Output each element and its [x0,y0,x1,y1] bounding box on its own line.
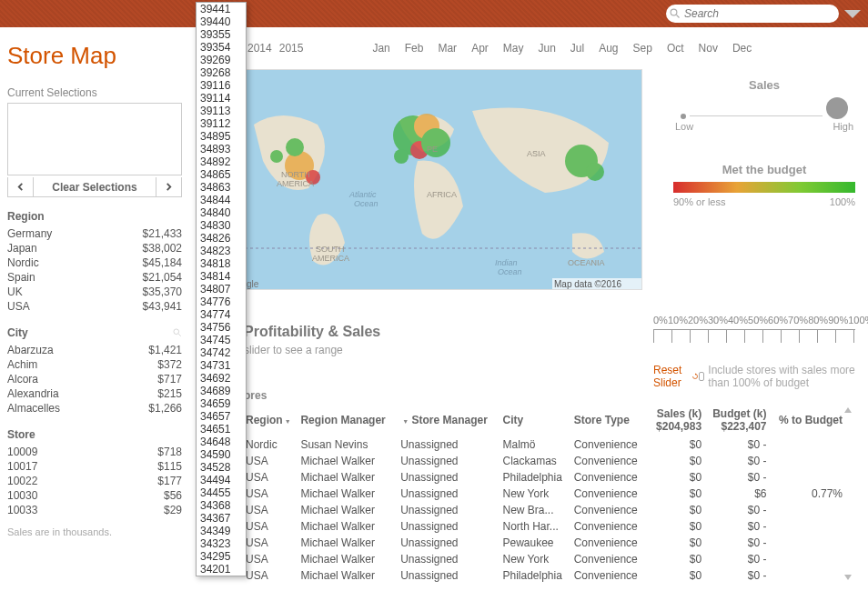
dropdown-option[interactable]: 39113 [197,105,246,117]
table-row[interactable]: USAMichael WalkerUnassignedPewaukeeConve… [244,535,855,551]
region-row[interactable]: USA$43,941 [7,299,182,314]
col-region[interactable]: Region▼ [244,404,298,436]
dropdown-option[interactable]: 34895 [197,130,246,143]
col-sales[interactable]: Sales (k)$204,983 [648,404,703,436]
month-filter[interactable]: Aug [595,40,621,56]
col-budget[interactable]: Budget (k)$223,407 [703,404,768,436]
dropdown-option[interactable]: 39354 [197,41,246,54]
store-row[interactable]: 10022$177 [7,474,182,488]
city-row[interactable]: Alexandria$215 [7,386,182,401]
month-filter[interactable]: Dec [729,40,755,56]
dropdown-option[interactable]: 34830 [197,219,246,232]
dropdown-option[interactable]: 34844 [197,194,246,206]
dropdown-option[interactable]: 34659 [197,397,246,410]
year-filter[interactable]: 2014 [244,40,276,56]
dropdown-option[interactable]: 34892 [197,155,246,168]
year-filter[interactable]: 2015 [276,40,308,56]
dropdown-option[interactable]: 34648 [197,436,246,448]
dropdown-option[interactable]: 34651 [197,423,246,436]
store-id-dropdown[interactable]: 3944139440393553935439269392683911639114… [196,2,247,576]
dropdown-option[interactable]: 39440 [197,15,246,28]
dropdown-option[interactable]: 34528 [197,461,246,474]
dropdown-option[interactable]: 34840 [197,206,246,219]
table-row[interactable]: USAMichael WalkerUnassignedNorth Har...C… [244,518,855,535]
dropdown-option[interactable]: 39114 [197,92,246,105]
col-store-manager[interactable]: ▼ Store Manager [399,404,500,436]
current-selections-box[interactable] [7,103,182,175]
col-store-type[interactable]: Store Type [572,404,648,436]
dropdown-option[interactable]: 34455 [197,486,246,499]
city-row[interactable]: Achim$372 [7,357,182,372]
dropdown-option[interactable]: 34863 [197,181,246,194]
dropdown-option[interactable]: 34349 [197,525,246,537]
dropdown-option[interactable]: 34893 [197,143,246,155]
month-filter[interactable]: Nov [695,40,722,56]
col-city[interactable]: City [500,404,571,436]
month-filter[interactable]: Jul [567,40,588,56]
dropdown-option[interactable]: 39116 [197,79,246,92]
dropdown-option[interactable]: 39268 [197,66,246,79]
dropdown-option[interactable]: 39269 [197,54,246,66]
dropdown-option[interactable]: 34774 [197,308,246,321]
dropdown-option[interactable]: 34323 [197,537,246,550]
store-row[interactable]: 10030$56 [7,488,182,503]
dropdown-option[interactable]: 39355 [197,28,246,41]
city-row[interactable]: Alcora$717 [7,372,182,386]
month-filter[interactable]: Jun [534,40,559,56]
dropdown-option[interactable]: 34731 [197,359,246,372]
store-row[interactable]: 10033$29 [7,503,182,517]
region-row[interactable]: UK$35,370 [7,285,182,299]
dropdown-option[interactable]: 34745 [197,334,246,346]
month-filter[interactable]: Oct [663,40,688,56]
table-row[interactable]: USAMichael WalkerUnassignedNew Bra...Con… [244,502,855,518]
dropdown-option[interactable]: 34201 [197,563,246,576]
month-filter[interactable]: Jan [368,40,393,56]
table-scroll-up[interactable] [844,407,852,413]
include-over-100-checkbox[interactable]: Include stores with sales more than 100%… [699,364,855,389]
search-box[interactable] [666,5,839,23]
table-row[interactable]: NordicSusan NevinsUnassignedMalmöConveni… [244,436,855,453]
dropdown-option[interactable]: 34814 [197,270,246,283]
table-row[interactable]: USAMichael WalkerUnassignedNew YorkConve… [244,486,855,502]
dropdown-option[interactable]: 34865 [197,168,246,181]
dropdown-option[interactable]: 39441 [197,3,246,15]
table-row[interactable]: USAMichael WalkerUnassignedNew YorkConve… [244,551,855,567]
dropdown-option[interactable]: 34494 [197,474,246,486]
city-row[interactable]: Almacelles$1,266 [7,401,182,416]
search-icon[interactable] [173,328,182,337]
dropdown-option[interactable]: 34823 [197,245,246,257]
store-row[interactable]: 10017$115 [7,459,182,474]
selection-forward-button[interactable] [156,177,181,196]
dropdown-option[interactable]: 34657 [197,410,246,423]
reset-slider-button[interactable]: Reset Slider [653,364,699,389]
region-row[interactable]: Spain$21,054 [7,270,182,285]
table-row[interactable]: USAMichael WalkerUnassignedPhiladelphiaC… [244,567,855,584]
clear-selections-button[interactable]: Clear Selections [34,177,156,196]
dropdown-option[interactable]: 34807 [197,283,246,296]
month-filter[interactable]: Feb [401,40,428,56]
region-row[interactable]: Nordic$45,184 [7,255,182,270]
dropdown-option[interactable]: 34692 [197,372,246,385]
month-filter[interactable]: Sep [630,40,656,56]
col-region-manager[interactable]: Region Manager [298,404,399,436]
month-filter[interactable]: May [500,40,528,56]
store-row[interactable]: 10009$718 [7,445,182,459]
dropdown-option[interactable]: 34756 [197,321,246,334]
dropdown-option[interactable]: 34818 [197,257,246,270]
dropdown-option[interactable]: 34776 [197,296,246,308]
region-row[interactable]: Germany$21,433 [7,226,182,241]
month-filter[interactable]: Apr [468,40,492,56]
dropdown-option[interactable]: 34826 [197,232,246,245]
month-filter[interactable]: Mar [434,40,460,56]
table-row[interactable]: USAMichael WalkerUnassignedClackamasConv… [244,453,855,469]
search-input[interactable] [684,7,833,20]
world-map[interactable]: NORTH AMERICA SOUTH AMERICA PE AFRICA AS… [244,69,642,290]
dropdown-option[interactable]: 34742 [197,346,246,359]
region-row[interactable]: Japan$38,002 [7,241,182,255]
search-scope-dropdown[interactable] [844,10,861,18]
dropdown-option[interactable]: 34689 [197,385,246,397]
col-pct-budget[interactable]: % to Budget [769,404,844,436]
dropdown-option[interactable]: 34367 [197,512,246,525]
budget-slider[interactable]: 0%10%20%30%40%50%60%70%80%90%100% [653,315,855,342]
table-row[interactable]: USAMichael WalkerUnassignedPhiladelphiaC… [244,469,855,486]
